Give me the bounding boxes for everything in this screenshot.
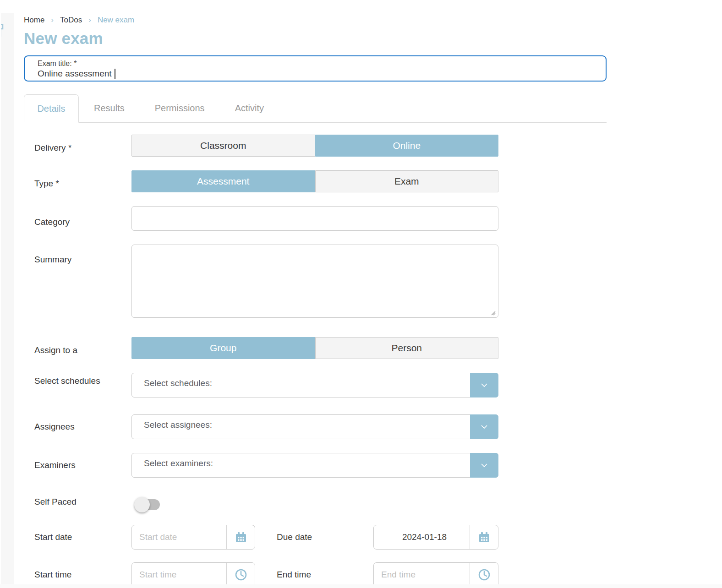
start-time-label: Start time: [34, 562, 131, 587]
calendar-icon: [477, 530, 491, 544]
page-bottom-strip: [0, 584, 722, 588]
start-date-label: Start date: [34, 525, 131, 550]
tab-results[interactable]: Results: [79, 94, 140, 122]
tab-bar: Details Results Permissions Activity: [24, 93, 607, 123]
start-date-input[interactable]: [132, 525, 223, 549]
start-time-picker: [131, 562, 255, 587]
type-option-assessment[interactable]: Assessment: [131, 170, 315, 192]
type-row: Type * Assessment Exam: [34, 170, 607, 192]
delivery-option-online[interactable]: Online: [315, 135, 499, 157]
date-row: Start date Due: [34, 525, 607, 550]
assign-to-segmented-control: Group Person: [131, 337, 498, 359]
examiners-label: Examiners: [34, 453, 131, 478]
delivery-segmented-control: Classroom Online: [131, 135, 498, 157]
category-label: Category: [34, 206, 131, 231]
exam-title-field[interactable]: Exam title: * Online assessment: [24, 55, 607, 82]
exam-title-label: Exam title: *: [38, 59, 593, 68]
examiners-dropdown[interactable]: Select examiners:: [131, 453, 498, 478]
schedules-placeholder: Select schedules:: [144, 378, 212, 388]
end-time-picker: [373, 562, 498, 587]
self-paced-toggle[interactable]: [136, 499, 160, 510]
assign-option-person[interactable]: Person: [315, 337, 499, 359]
select-schedules-label: Select schedules: [34, 373, 131, 397]
assign-to-label: Assign to a: [34, 337, 131, 359]
examiners-dropdown-button[interactable]: [470, 453, 498, 478]
self-paced-row: Self Paced: [34, 491, 607, 510]
assignees-dropdown-button[interactable]: [470, 414, 498, 439]
assignees-label: Assignees: [34, 414, 131, 439]
self-paced-label: Self Paced: [34, 491, 131, 510]
category-input[interactable]: [131, 206, 498, 231]
type-label: Type *: [34, 170, 131, 192]
summary-row: Summary: [34, 245, 607, 320]
due-date-label: Due date: [277, 525, 373, 550]
end-time-input[interactable]: [374, 563, 465, 587]
main-content: Home › ToDos › New exam New exam Exam ti…: [24, 0, 607, 588]
breadcrumb-todos[interactable]: ToDos: [60, 16, 82, 25]
assign-to-row: Assign to a Group Person: [34, 337, 607, 359]
resize-handle-icon[interactable]: [490, 310, 496, 316]
exam-title-text: Online assessment: [38, 68, 112, 79]
summary-label: Summary: [34, 245, 131, 320]
category-row: Category: [34, 206, 607, 231]
page-title: New exam: [24, 29, 607, 48]
assign-option-group[interactable]: Group: [131, 337, 315, 359]
tab-activity[interactable]: Activity: [220, 94, 279, 122]
breadcrumb-home[interactable]: Home: [24, 16, 44, 25]
delivery-row: Delivery * Classroom Online: [34, 135, 607, 157]
start-time-input[interactable]: [132, 563, 223, 587]
clock-icon: [477, 567, 492, 582]
clock-icon: [234, 567, 248, 582]
due-date-picker: [373, 525, 498, 550]
start-date-picker: [131, 525, 255, 550]
time-row: Start time End time: [34, 562, 607, 587]
collapsed-sidebar[interactable]: [1, 13, 14, 585]
due-date-input[interactable]: [374, 525, 468, 549]
schedules-dropdown[interactable]: Select schedules:: [131, 373, 498, 397]
tab-details[interactable]: Details: [24, 94, 79, 123]
end-time-label: End time: [277, 562, 373, 587]
end-time-clock-button[interactable]: [470, 563, 498, 587]
start-time-clock-button[interactable]: [226, 563, 255, 587]
type-segmented-control: Assessment Exam: [131, 170, 498, 192]
breadcrumb: Home › ToDos › New exam: [24, 16, 607, 25]
toggle-knob: [134, 497, 150, 512]
delivery-option-classroom[interactable]: Classroom: [131, 135, 315, 157]
chevron-right-icon: ›: [51, 16, 54, 25]
exam-details-form: Delivery * Classroom Online Type * Asses…: [24, 135, 607, 587]
chevron-down-icon: [479, 380, 490, 391]
assignees-row: Assignees Select assignees:: [34, 414, 607, 439]
summary-textarea[interactable]: [131, 245, 498, 318]
calendar-icon: [234, 530, 248, 544]
sitemap-icon: [1, 24, 8, 39]
assignees-placeholder: Select assignees:: [144, 420, 212, 430]
examiners-row: Examiners Select examiners:: [34, 453, 607, 478]
chevron-down-icon: [479, 460, 490, 471]
exam-title-value[interactable]: Online assessment: [38, 68, 593, 79]
chevron-down-icon: [479, 421, 490, 432]
text-cursor: [115, 69, 115, 79]
delivery-label: Delivery *: [34, 135, 131, 157]
assignees-dropdown[interactable]: Select assignees:: [131, 414, 498, 439]
due-date-calendar-button[interactable]: [470, 525, 498, 549]
tab-permissions[interactable]: Permissions: [140, 94, 220, 122]
start-date-calendar-button[interactable]: [226, 525, 255, 549]
chevron-right-icon: ›: [88, 16, 91, 25]
examiners-placeholder: Select examiners:: [144, 458, 213, 468]
breadcrumb-new-exam: New exam: [98, 16, 134, 25]
select-schedules-row: Select schedules Select schedules:: [34, 373, 607, 397]
schedules-dropdown-button[interactable]: [470, 373, 498, 397]
type-option-exam[interactable]: Exam: [315, 170, 499, 192]
